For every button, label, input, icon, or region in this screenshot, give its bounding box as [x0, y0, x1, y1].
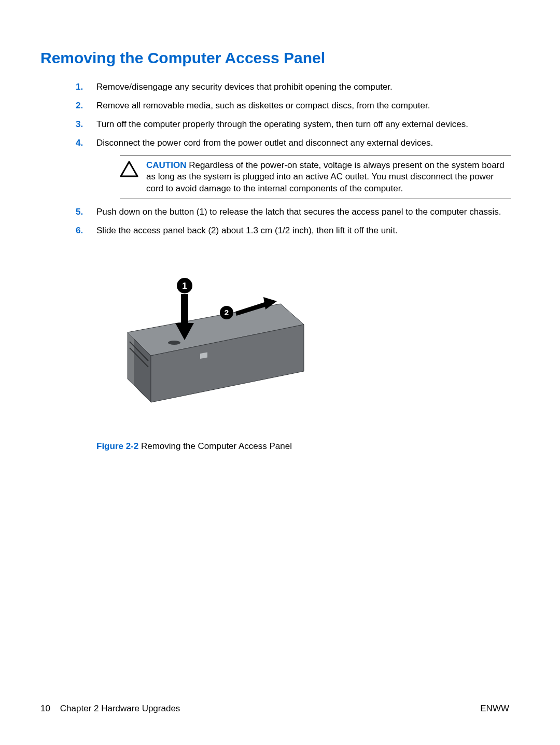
caution-text: CAUTION Regardless of the power-on state… — [146, 160, 507, 194]
page-title: Removing the Computer Access Panel — [40, 49, 511, 67]
step-list: 1. Remove/disengage any security devices… — [40, 81, 511, 236]
callout-1-label: 1 — [182, 281, 187, 291]
page-footer: 10 Chapter 2 Hardware Upgrades ENWW — [0, 704, 560, 714]
figure-caption: Figure 2-2 Removing the Computer Access … — [96, 441, 511, 452]
step-2-number: 2. — [76, 100, 83, 111]
step-1: 1. Remove/disengage any security devices… — [96, 81, 511, 93]
svg-point-8 — [168, 341, 180, 345]
step-4-text: Disconnect the power cord from the power… — [96, 138, 433, 148]
step-6: 6. Slide the access panel back (2) about… — [96, 225, 511, 236]
figure-caption-text: Removing the Computer Access Panel — [138, 441, 292, 451]
page: Removing the Computer Access Panel 1. Re… — [0, 0, 560, 745]
figure-label: Figure 2-2 — [96, 441, 138, 451]
svg-rect-10 — [181, 294, 188, 325]
step-3: 3. Turn off the computer properly throug… — [96, 119, 511, 130]
step-5: 5. Push down on the button (1) to releas… — [96, 206, 511, 218]
warning-icon — [120, 160, 138, 180]
step-1-text: Remove/disengage any security devices th… — [96, 82, 393, 92]
step-1-number: 1. — [76, 81, 83, 93]
footer-left: 10 Chapter 2 Hardware Upgrades — [40, 704, 180, 714]
step-3-number: 3. — [76, 119, 83, 130]
svg-marker-0 — [121, 162, 137, 176]
step-6-number: 6. — [76, 225, 83, 236]
footer-right: ENWW — [480, 704, 509, 714]
step-4-number: 4. — [76, 137, 83, 149]
caution-body: Regardless of the power-on state, voltag… — [146, 160, 505, 193]
step-5-number: 5. — [76, 206, 83, 218]
page-number: 10 — [40, 704, 50, 713]
svg-marker-3 — [128, 332, 134, 385]
step-3-text: Turn off the computer properly through t… — [96, 119, 468, 129]
step-4: 4. Disconnect the power cord from the po… — [96, 137, 511, 199]
step-2-text: Remove all removable media, such as disk… — [96, 101, 430, 110]
figure-image: 1 2 — [96, 265, 325, 420]
caution-box: CAUTION Regardless of the power-on state… — [120, 155, 511, 199]
step-5-text: Push down on the button (1) to release t… — [96, 207, 501, 217]
step-2: 2. Remove all removable media, such as d… — [96, 100, 511, 111]
figure: 1 2 Figure 2-2 Removing the Computer Acc… — [96, 265, 511, 452]
step-6-text: Slide the access panel back (2) about 1.… — [96, 226, 398, 235]
caution-label: CAUTION — [146, 160, 186, 170]
callout-2-label: 2 — [225, 308, 229, 317]
chapter-label: Chapter 2 Hardware Upgrades — [60, 704, 180, 713]
